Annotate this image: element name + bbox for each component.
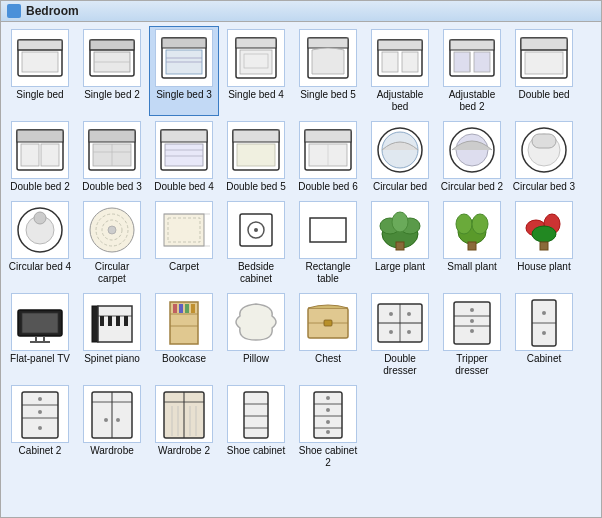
grid-item-flat-panel-tv[interactable]: Flat-panel TV: [5, 290, 75, 380]
grid-item-single-bed-5[interactable]: Single bed 5: [293, 26, 363, 116]
grid-item-single-bed[interactable]: Single bed: [5, 26, 75, 116]
grid-item-wardrobe-2[interactable]: Wardrobe 2: [149, 382, 219, 472]
grid-item-large-plant[interactable]: Large plant: [365, 198, 435, 288]
svg-point-121: [470, 329, 474, 333]
grid-item-shoe-cabinet-2[interactable]: Shoe cabinet 2: [293, 382, 363, 472]
svg-rect-5: [90, 40, 134, 50]
svg-point-80: [456, 214, 472, 234]
label-circular-carpet: Circular carpet: [80, 261, 144, 285]
grid-item-double-bed-6[interactable]: Double bed 6: [293, 118, 363, 196]
svg-rect-21: [378, 40, 422, 50]
svg-point-155: [326, 430, 330, 434]
grid-item-house-plant[interactable]: House plant: [509, 198, 579, 288]
grid-item-small-plant[interactable]: Small plant: [437, 198, 507, 288]
svg-point-115: [407, 330, 411, 334]
grid-item-carpet[interactable]: Carpet: [149, 198, 219, 288]
icon-double-bed-2: [11, 121, 69, 179]
svg-point-154: [326, 420, 330, 424]
svg-rect-96: [108, 316, 112, 326]
label-double-bed-3: Double bed 3: [82, 181, 142, 193]
label-adjustable-bed: Adjustable bed: [368, 89, 432, 113]
svg-rect-60: [532, 134, 556, 148]
label-carpet: Carpet: [169, 261, 199, 273]
label-single-bed-4: Single bed 4: [228, 89, 284, 101]
label-circular-bed: Circular bed: [373, 181, 427, 193]
label-circular-bed-4: Circular bed 4: [9, 261, 71, 273]
window-title: Bedroom: [26, 4, 79, 18]
grid-item-bookcase[interactable]: Bookcase: [149, 290, 219, 380]
grid-item-double-bed-5[interactable]: Double bed 5: [221, 118, 291, 196]
svg-point-113: [407, 312, 411, 316]
icon-wardrobe-2: [155, 385, 213, 443]
svg-rect-98: [124, 316, 128, 326]
icon-adjustable-bed: [371, 29, 429, 87]
icon-house-plant: [515, 201, 573, 259]
grid-item-spinet-piano[interactable]: Spinet piano: [77, 290, 147, 380]
icon-circular-bed-2: [443, 121, 501, 179]
label-bookcase: Bookcase: [162, 353, 206, 365]
grid-item-tripper-dresser[interactable]: Tripper dresser: [437, 290, 507, 380]
grid-item-circular-bed-3[interactable]: Circular bed 3: [509, 118, 579, 196]
svg-point-153: [326, 408, 330, 412]
label-double-dresser: Double dresser: [368, 353, 432, 377]
svg-rect-38: [89, 130, 135, 142]
grid-item-circular-bed-4[interactable]: Circular bed 4: [5, 198, 75, 288]
grid-item-single-bed-3[interactable]: Single bed 3: [149, 26, 219, 116]
grid-item-cabinet[interactable]: Cabinet: [509, 290, 579, 380]
svg-point-119: [470, 308, 474, 312]
icon-spinet-piano: [83, 293, 141, 351]
icon-single-bed: [11, 29, 69, 87]
label-house-plant: House plant: [517, 261, 570, 273]
grid-item-double-bed-3[interactable]: Double bed 3: [77, 118, 147, 196]
icon-flat-panel-tv: [11, 293, 69, 351]
svg-point-120: [470, 319, 474, 323]
svg-rect-16: [240, 50, 272, 74]
label-adjustable-bed-2: Adjustable bed 2: [440, 89, 504, 113]
grid-item-circular-carpet[interactable]: Circular carpet: [77, 198, 147, 288]
icon-chest: [299, 293, 357, 351]
icon-large-plant: [371, 201, 429, 259]
label-spinet-piano: Spinet piano: [84, 353, 140, 365]
grid-item-pillow[interactable]: Pillow: [221, 290, 291, 380]
icon-circular-bed-3: [515, 121, 573, 179]
icon-single-bed-5: [299, 29, 357, 87]
grid-item-adjustable-bed[interactable]: Adjustable bed: [365, 26, 435, 116]
svg-rect-19: [308, 38, 348, 48]
grid-item-adjustable-bed-2[interactable]: Adjustable bed 2: [437, 26, 507, 116]
svg-rect-49: [237, 144, 275, 166]
grid-item-single-bed-4[interactable]: Single bed 4: [221, 26, 291, 116]
grid-item-single-bed-2[interactable]: Single bed 2: [77, 26, 147, 116]
label-single-bed-2: Single bed 2: [84, 89, 140, 101]
svg-rect-22: [382, 52, 398, 72]
grid-item-double-bed-4[interactable]: Double bed 4: [149, 118, 219, 196]
grid-item-wardrobe[interactable]: Wardrobe: [77, 382, 147, 472]
svg-rect-78: [396, 242, 404, 250]
label-shoe-cabinet: Shoe cabinet: [227, 445, 285, 457]
icon-adjustable-bed-2: [443, 29, 501, 87]
title-bar: Bedroom: [1, 1, 601, 22]
svg-rect-86: [540, 242, 548, 250]
svg-rect-48: [233, 130, 279, 142]
label-cabinet-2: Cabinet 2: [19, 445, 62, 457]
icon-single-bed-3: [155, 29, 213, 87]
svg-rect-44: [165, 144, 203, 166]
grid-item-shoe-cabinet[interactable]: Shoe cabinet: [221, 382, 291, 472]
grid-item-circular-bed[interactable]: Circular bed: [365, 118, 435, 196]
svg-point-152: [326, 396, 330, 400]
svg-rect-95: [100, 316, 104, 326]
svg-rect-68: [164, 214, 204, 246]
svg-point-136: [116, 418, 120, 422]
grid-item-chest[interactable]: Chest: [293, 290, 363, 380]
grid-item-rectangle-table[interactable]: Rectangle table: [293, 198, 363, 288]
svg-rect-30: [521, 38, 567, 50]
icon-single-bed-4: [227, 29, 285, 87]
grid-item-circular-bed-2[interactable]: Circular bed 2: [437, 118, 507, 196]
grid-item-double-bed[interactable]: Double bed: [509, 26, 579, 116]
grid-item-double-dresser[interactable]: Double dresser: [365, 290, 435, 380]
grid-item-double-bed-2[interactable]: Double bed 2: [5, 118, 75, 196]
svg-point-129: [38, 397, 42, 401]
grid-item-bedside-cabinet[interactable]: Bedside cabinet: [221, 198, 291, 288]
label-single-bed: Single bed: [16, 89, 63, 101]
label-bedside-cabinet: Bedside cabinet: [224, 261, 288, 285]
grid-item-cabinet-2[interactable]: Cabinet 2: [5, 382, 75, 472]
